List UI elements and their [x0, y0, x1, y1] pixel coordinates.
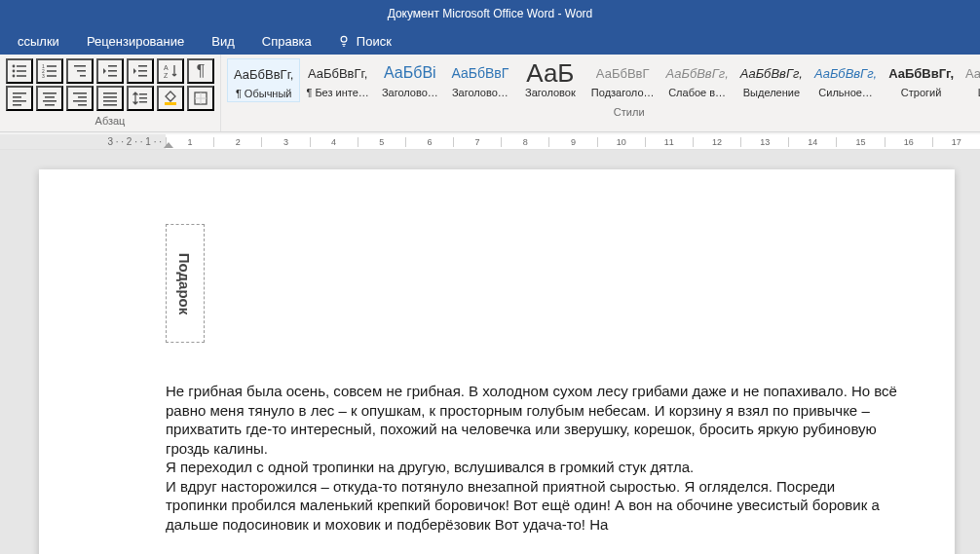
menu-help[interactable]: Справка	[248, 28, 325, 55]
svg-rect-2	[17, 65, 26, 67]
shading-button[interactable]	[157, 86, 184, 111]
svg-rect-33	[78, 96, 87, 98]
svg-rect-20	[138, 70, 147, 72]
borders-icon	[193, 91, 208, 106]
svg-rect-6	[17, 75, 26, 77]
svg-rect-36	[103, 92, 117, 94]
numbering-button[interactable]: 123	[36, 58, 63, 84]
svg-text:Z: Z	[164, 72, 169, 79]
svg-rect-43	[165, 102, 176, 105]
paragraph[interactable]: Не грибная была осень, совсем не грибная…	[166, 382, 900, 458]
menu-bar: ссылки Рецензирование Вид Справка Поиск	[0, 27, 980, 55]
svg-rect-39	[103, 104, 117, 106]
style-strict[interactable]: АаБбВвГг,Строгий	[883, 58, 960, 102]
bullets-button[interactable]	[6, 58, 33, 84]
svg-text:A: A	[164, 64, 169, 71]
align-center-button[interactable]	[36, 86, 63, 111]
tell-me-search[interactable]: Поиск	[325, 34, 403, 49]
style-emphasis[interactable]: АаБбВвГг,Выделение	[735, 58, 809, 102]
multilevel-button[interactable]	[66, 58, 94, 84]
svg-rect-41	[139, 97, 147, 99]
svg-rect-31	[45, 104, 55, 106]
page[interactable]: Подарок Не грибная была осень, совсем не…	[39, 169, 955, 554]
svg-rect-37	[103, 96, 117, 98]
document-area[interactable]: Подарок Не грибная была осень, совсем не…	[0, 150, 980, 554]
align-center-icon	[42, 91, 57, 106]
style-strong[interactable]: АаБбВвГг,Сильное…	[809, 58, 883, 102]
style-title[interactable]: АаБЗаголовок	[515, 58, 585, 102]
style-heading2[interactable]: АаБбВвГЗаголово…	[445, 58, 515, 102]
svg-point-3	[13, 70, 16, 73]
indent-marker-icon[interactable]	[164, 142, 173, 148]
style-weak-emphasis[interactable]: АаБбВвГг,Слабое в…	[660, 58, 735, 102]
svg-point-5	[13, 75, 16, 78]
align-right-button[interactable]	[66, 86, 94, 111]
svg-rect-8	[47, 65, 57, 67]
multilevel-icon	[72, 63, 88, 79]
svg-rect-30	[43, 100, 57, 102]
lightbulb-icon	[337, 34, 351, 48]
svg-rect-13	[74, 65, 86, 67]
svg-rect-16	[108, 65, 117, 67]
svg-point-1	[13, 65, 16, 68]
ruler-area: 3 · · 2 · · 1 · · 1 2 3 4 5 6 7 8 9 10 1…	[0, 132, 980, 150]
paragraph[interactable]: Я переходил с одной тропинки на другую, …	[166, 458, 900, 477]
svg-rect-34	[73, 100, 87, 102]
paragraph-panel: 123 AZ ¶ Абзац	[0, 55, 221, 131]
horizontal-ruler[interactable]: 1 2 3 4 5 6 7 8 9 10 11 12 13 14 15 16 1…	[166, 134, 980, 149]
svg-rect-17	[108, 70, 117, 72]
svg-text:3: 3	[42, 73, 45, 79]
svg-rect-42	[139, 101, 147, 103]
align-right-icon	[72, 91, 88, 106]
ruler-left[interactable]: 3 · · 2 · · 1 · ·	[0, 134, 166, 149]
borders-button[interactable]	[187, 86, 214, 111]
style-no-spacing[interactable]: АаБбВвГг,¶ Без инте…	[300, 58, 374, 102]
decrease-indent-icon	[102, 63, 118, 79]
styles-label: Стили	[614, 106, 645, 118]
svg-rect-38	[103, 100, 117, 102]
menu-view[interactable]: Вид	[198, 28, 248, 55]
show-marks-button[interactable]: ¶	[187, 58, 214, 84]
align-left-button[interactable]	[6, 86, 33, 111]
window-title: Документ Microsoft Office Word - Word	[388, 7, 593, 20]
svg-rect-14	[77, 70, 86, 72]
style-heading1[interactable]: АаБбВіЗаголово…	[375, 58, 445, 102]
title-bar: Документ Microsoft Office Word - Word	[0, 0, 980, 27]
style-normal[interactable]: АаБбВвГг,¶ Обычный	[227, 58, 300, 102]
paragraph[interactable]: И вдруг насторожился – откуда-то потянул…	[166, 477, 900, 535]
style-quote[interactable]: АаБбВвГг,Цитата	[960, 58, 980, 102]
paragraph-label: Абзац	[95, 115, 126, 127]
svg-rect-10	[47, 70, 57, 72]
menu-review[interactable]: Рецензирование	[73, 28, 198, 55]
svg-rect-40	[139, 93, 147, 95]
title-box-text[interactable]: Подарок	[177, 252, 194, 314]
svg-rect-21	[138, 75, 147, 77]
sort-button[interactable]: AZ	[157, 58, 184, 84]
body-text[interactable]: Не грибная была осень, совсем не грибная…	[166, 382, 900, 534]
title-text-box[interactable]: Подарок	[166, 224, 205, 343]
ribbon: 123 AZ ¶ Абзац АаБбВвГг,¶ Обычный АаБбВв	[0, 55, 980, 132]
sort-icon: AZ	[163, 63, 178, 79]
svg-rect-25	[13, 96, 21, 98]
menu-references[interactable]: ссылки	[4, 28, 73, 55]
increase-indent-button[interactable]	[127, 58, 154, 84]
line-spacing-icon	[132, 91, 148, 106]
numbering-icon: 123	[42, 63, 57, 79]
style-subtitle[interactable]: АаБбВвГПодзаголо…	[585, 58, 660, 102]
styles-panel: АаБбВвГг,¶ Обычный АаБбВвГг,¶ Без инте… …	[221, 55, 980, 131]
search-label: Поиск	[357, 34, 392, 49]
justify-icon	[102, 91, 118, 106]
svg-rect-18	[108, 75, 117, 77]
svg-rect-4	[17, 70, 26, 72]
shading-icon	[163, 91, 178, 106]
pilcrow-icon: ¶	[197, 62, 206, 80]
justify-button[interactable]	[96, 86, 124, 111]
svg-rect-19	[138, 65, 147, 67]
svg-rect-32	[73, 92, 87, 94]
decrease-indent-button[interactable]	[96, 58, 124, 84]
svg-point-0	[341, 36, 347, 42]
align-left-icon	[12, 91, 27, 106]
line-spacing-button[interactable]	[127, 86, 154, 111]
svg-rect-35	[78, 104, 87, 106]
styles-gallery[interactable]: АаБбВвГг,¶ Обычный АаБбВвГг,¶ Без инте… …	[227, 58, 980, 102]
